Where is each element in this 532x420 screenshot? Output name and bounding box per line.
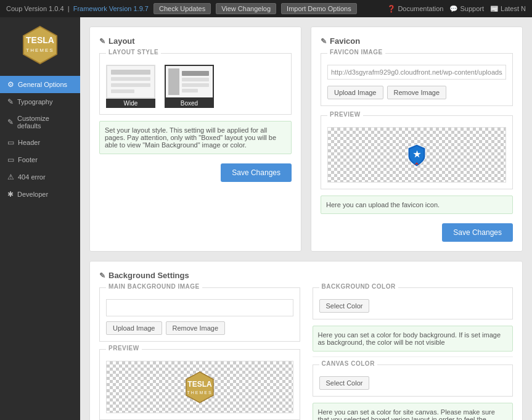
main-bg-label: MAIN BACKGROUND IMAGE bbox=[106, 283, 202, 290]
bg-row: MAIN BACKGROUND IMAGE Upload Image Remov… bbox=[99, 287, 513, 420]
bg-preview-label: PREVIEW bbox=[106, 345, 142, 352]
layout-panel: ✎ Layout LAYOUT STYLE bbox=[89, 27, 301, 252]
sidebar-item-footer[interactable]: ▭ Footer bbox=[0, 151, 80, 168]
layout-save-row: Save Changes bbox=[99, 157, 292, 182]
logo-area: TESLA THEMES bbox=[18, 23, 62, 67]
latest-link[interactable]: 📰 Latest N bbox=[490, 5, 526, 13]
main-bg-buttons: Upload Image Remove Image bbox=[106, 321, 293, 335]
canvas-color-select-button[interactable]: Select Color bbox=[319, 376, 370, 390]
sidebar-item-typography[interactable]: ✎ Typography bbox=[0, 93, 80, 110]
favicon-save-button[interactable]: Save Changes bbox=[442, 223, 513, 242]
gear-icon: ⚙ bbox=[7, 80, 14, 89]
svg-text:★: ★ bbox=[413, 149, 421, 159]
header-icon: ▭ bbox=[7, 138, 14, 147]
topbar-right: ❓ Documentation 💬 Support 📰 Latest N bbox=[387, 5, 526, 13]
favicon-save-row: Save Changes bbox=[321, 217, 513, 242]
bg-color-section: BACKGROUND COLOR Select Color bbox=[313, 287, 514, 319]
favicon-preview-section: PREVIEW ★ bbox=[321, 115, 513, 189]
layout-style-label: LAYOUT STYLE bbox=[106, 49, 161, 56]
wide-label: Wide bbox=[106, 99, 155, 108]
layout-edit-icon: ✎ bbox=[99, 37, 105, 46]
sidebar-item-customize-defaults[interactable]: ✎ Customize defaults bbox=[0, 110, 80, 134]
typography-icon: ✎ bbox=[7, 97, 14, 106]
developer-icon: ✱ bbox=[7, 190, 14, 199]
bg-preview-tesla-logo: TESLA THEMES bbox=[169, 366, 231, 409]
bg-right: BACKGROUND COLOR Select Color Here you c… bbox=[313, 287, 514, 420]
documentation-link[interactable]: ❓ Documentation bbox=[387, 5, 443, 13]
favicon-panel: ✎ Favicon FAVICON IMAGE Upload Image Rem… bbox=[311, 27, 523, 252]
svg-text:THEMES: THEMES bbox=[187, 390, 212, 395]
canvas-color-info: Here you can set a color for site canvas… bbox=[313, 403, 514, 420]
sidebar-menu: ⚙ General Options ✎ Typography ✎ Customi… bbox=[0, 76, 80, 203]
import-demo-button[interactable]: Import Demo Options bbox=[281, 3, 357, 14]
layout-panel-title: ✎ Layout bbox=[99, 36, 292, 46]
bg-color-select-button[interactable]: Select Color bbox=[319, 299, 370, 313]
favicon-preview-label: PREVIEW bbox=[327, 111, 363, 118]
framework-link[interactable]: Framework Version 1.9.7 bbox=[73, 5, 149, 12]
sidebar: TESLA THEMES ⚙ General Options ✎ Typogra… bbox=[0, 17, 80, 420]
layout-save-button[interactable]: Save Changes bbox=[221, 163, 292, 182]
svg-marker-0 bbox=[23, 27, 57, 64]
check-updates-button[interactable]: Check Updates bbox=[153, 3, 211, 14]
wide-layout-preview bbox=[106, 65, 155, 99]
main-content: ✎ Layout LAYOUT STYLE bbox=[80, 17, 532, 420]
favicon-upload-button[interactable]: Upload Image bbox=[327, 86, 383, 99]
wide-layout-option[interactable]: Wide bbox=[106, 65, 155, 108]
boxed-layout-option[interactable]: Boxed bbox=[165, 65, 214, 108]
bg-color-label: BACKGROUND COLOR bbox=[319, 283, 398, 290]
bg-edit-icon: ✎ bbox=[99, 271, 105, 280]
favicon-info-box: Here you can upload the favicon icon. bbox=[321, 196, 513, 214]
svg-text:TESLA: TESLA bbox=[187, 380, 212, 389]
favicon-url-input[interactable] bbox=[327, 65, 506, 80]
favicon-panel-title: ✎ Favicon bbox=[321, 36, 513, 46]
favicon-image-label: FAVICON IMAGE bbox=[327, 49, 385, 56]
layout-info-box: Set your layout style. This setting will… bbox=[99, 121, 292, 154]
bg-panel-title: ✎ Background Settings bbox=[99, 271, 513, 280]
view-changelog-button[interactable]: View Changelog bbox=[216, 3, 276, 14]
sidebar-item-404-error[interactable]: ⚠ 404 error bbox=[0, 168, 80, 186]
app-layout: TESLA THEMES ⚙ General Options ✎ Typogra… bbox=[0, 17, 532, 420]
main-bg-url-input[interactable] bbox=[106, 299, 293, 316]
main-bg-remove-button[interactable]: Remove Image bbox=[166, 321, 226, 335]
logo-hex: TESLA THEMES bbox=[18, 23, 62, 67]
canvas-color-section: CANVAS COLOR Select Color bbox=[313, 364, 514, 397]
customize-icon: ✎ bbox=[7, 118, 14, 126]
favicon-preview-icon: ★ bbox=[404, 142, 429, 168]
favicon-remove-button[interactable]: Remove Image bbox=[387, 86, 447, 99]
bg-preview-area: TESLA THEMES bbox=[106, 361, 293, 413]
favicon-image-section: FAVICON IMAGE Upload Image Remove Image bbox=[321, 53, 513, 106]
error-icon: ⚠ bbox=[7, 173, 14, 181]
bg-left: MAIN BACKGROUND IMAGE Upload Image Remov… bbox=[99, 287, 300, 420]
favicon-edit-icon: ✎ bbox=[321, 37, 327, 46]
sidebar-item-general-options[interactable]: ⚙ General Options bbox=[0, 76, 80, 93]
bg-preview-section: PREVIEW TESLA THEMES bbox=[99, 349, 300, 420]
version-info: Coup Version 1.0.4 | Framework Version 1… bbox=[6, 5, 149, 12]
svg-text:THEMES: THEMES bbox=[26, 47, 54, 53]
favicon-preview-area: ★ bbox=[327, 127, 506, 183]
bg-panel: ✎ Background Settings MAIN BACKGROUND IM… bbox=[89, 261, 523, 420]
bg-divider bbox=[313, 356, 514, 357]
svg-text:TESLA: TESLA bbox=[26, 35, 54, 45]
boxed-layout-preview bbox=[165, 65, 214, 99]
footer-icon: ▭ bbox=[7, 155, 14, 164]
support-link[interactable]: 💬 Support bbox=[449, 5, 484, 13]
sidebar-item-header[interactable]: ▭ Header bbox=[0, 134, 80, 151]
top-panels-row: ✎ Layout LAYOUT STYLE bbox=[89, 27, 523, 252]
sidebar-item-developer[interactable]: ✱ Developer bbox=[0, 186, 80, 203]
canvas-color-label: CANVAS COLOR bbox=[319, 360, 377, 367]
topbar: Coup Version 1.0.4 | Framework Version 1… bbox=[0, 0, 532, 17]
layout-style-section: LAYOUT STYLE Wide bbox=[99, 53, 292, 115]
main-bg-image-section: MAIN BACKGROUND IMAGE Upload Image Remov… bbox=[99, 287, 300, 342]
favicon-buttons: Upload Image Remove Image bbox=[327, 86, 506, 99]
main-bg-upload-button[interactable]: Upload Image bbox=[106, 321, 162, 335]
boxed-label: Boxed bbox=[165, 99, 214, 108]
bg-color-info: Here you can set a color for body backgr… bbox=[313, 326, 514, 352]
layout-options: Wide bbox=[106, 65, 285, 108]
